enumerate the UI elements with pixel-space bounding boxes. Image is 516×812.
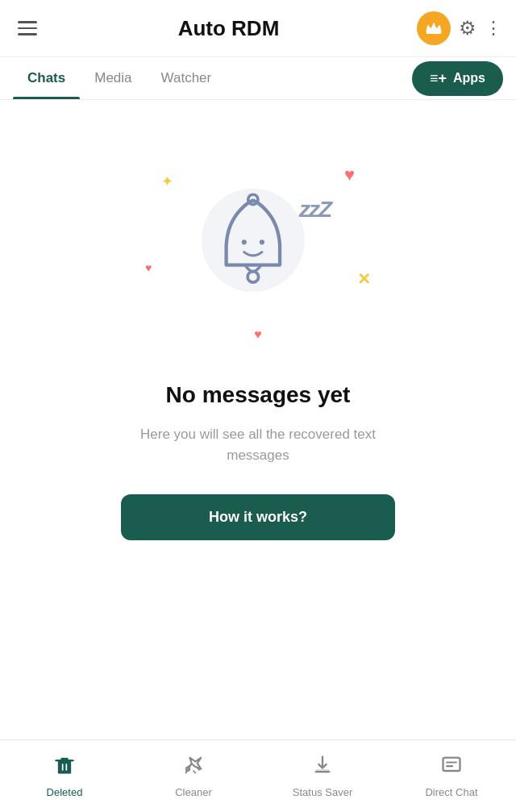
apps-button[interactable]: ≡+ Apps [412, 61, 503, 96]
nav-cleaner[interactable]: Cleaner [129, 747, 258, 805]
bottom-nav: Deleted Cleaner Status Saver [0, 739, 516, 812]
no-messages-subtitle: Here you will see all the recovered text… [121, 424, 395, 465]
cleaner-icon [182, 754, 205, 782]
svg-rect-8 [316, 769, 329, 773]
status-saver-icon [311, 754, 334, 782]
nav-cleaner-label: Cleaner [175, 786, 212, 798]
svg-rect-9 [443, 758, 460, 771]
nav-status-saver[interactable]: Status Saver [258, 747, 387, 805]
nav-direct-chat-label: Direct Chat [425, 786, 477, 798]
deco-heart-2: ♥ [145, 261, 152, 274]
deco-star: ✦ [161, 173, 173, 190]
svg-point-4 [242, 239, 247, 244]
tab-chats[interactable]: Chats [13, 57, 80, 99]
app-title: Auto RDM [40, 16, 417, 41]
nav-direct-chat[interactable]: Direct Chat [387, 747, 516, 805]
nav-deleted-label: Deleted [47, 786, 83, 798]
nav-status-saver-label: Status Saver [293, 786, 352, 798]
deco-cross: ✕ [357, 269, 371, 289]
more-options-icon[interactable]: ⋮ [485, 18, 501, 39]
header-icons: ⚙ ⋮ [417, 11, 501, 45]
premium-button[interactable] [417, 11, 451, 45]
svg-rect-6 [58, 760, 71, 773]
menu-icon[interactable] [15, 18, 40, 39]
illustration-area: ✦ ♥ ♥ ✕ ♥ zzZ [137, 132, 379, 358]
settings-icon[interactable]: ⚙ [459, 17, 476, 40]
deco-heart-3: ♥ [254, 327, 262, 342]
main-content: ✦ ♥ ♥ ✕ ♥ zzZ [0, 100, 516, 681]
bell-illustration: zzZ [194, 181, 322, 310]
tab-media[interactable]: Media [80, 57, 146, 99]
svg-rect-0 [427, 32, 441, 34]
deco-heart-1: ♥ [344, 164, 355, 185]
tab-watcher[interactable]: Watcher [147, 57, 227, 99]
no-messages-title: No messages yet [166, 382, 351, 408]
svg-point-5 [260, 239, 264, 244]
tab-bar: Chats Media Watcher ≡+ Apps [0, 57, 516, 100]
app-header: Auto RDM ⚙ ⋮ [0, 0, 516, 57]
nav-deleted[interactable]: Deleted [0, 747, 129, 805]
zzz-text: zzZ [299, 197, 331, 223]
how-it-works-button[interactable]: How it works? [121, 494, 395, 540]
direct-chat-icon [440, 754, 463, 782]
plus-icon: ≡+ [430, 70, 447, 87]
crown-icon [425, 19, 443, 37]
trash-icon [53, 754, 76, 782]
